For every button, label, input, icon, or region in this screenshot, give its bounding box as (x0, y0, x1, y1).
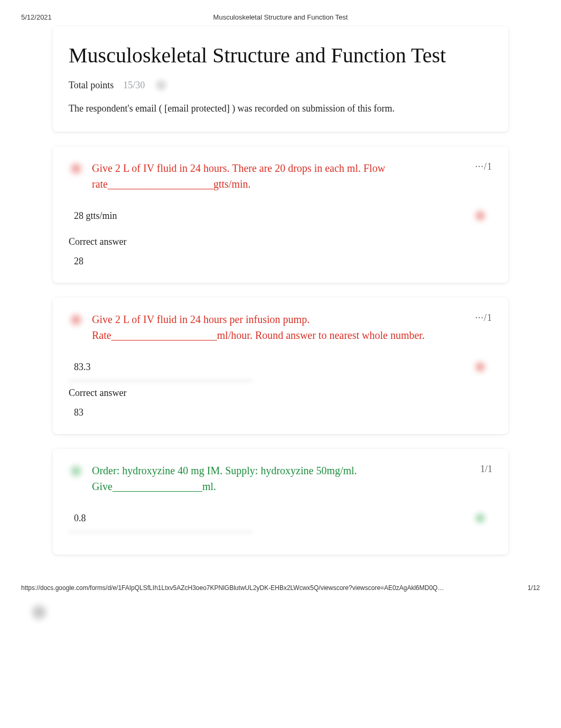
user-answer-row: 28 gtts/min (69, 206, 492, 226)
incorrect-icon (69, 161, 83, 176)
question-text: Order: hydroxyzine 40 mg IM. Supply: hyd… (92, 463, 472, 494)
question-header: Give 2 L of IV fluid in 24 hours per inf… (69, 311, 492, 343)
question-text: Give 2 L of IV fluid in 24 hours per inf… (92, 311, 466, 343)
correct-icon (69, 464, 83, 478)
user-answer: 28 gtts/min (74, 210, 117, 222)
user-answer: 83.3 (74, 362, 91, 373)
correct-answer-label: Correct answer (69, 388, 492, 399)
question-text: Give 2 L of IV fluid in 24 hours. There … (92, 160, 466, 192)
form-header-card: Musculoskeletal Structure and Function T… (53, 26, 508, 132)
question-score: ···/1 (475, 161, 492, 172)
user-answer-row: 0.8 (69, 508, 492, 528)
question-card: Give 2 L of IV fluid in 24 hours per inf… (53, 298, 508, 434)
footer-url: https://docs.google.com/forms/d/e/1FAIpQ… (21, 584, 444, 592)
footer-page: 1/12 (528, 584, 540, 592)
question-score: 1/1 (480, 464, 492, 475)
total-points-label: Total points (69, 80, 114, 91)
incorrect-icon (69, 312, 83, 327)
correct-answer-label: Correct answer (69, 236, 492, 247)
question-header: Order: hydroxyzine 40 mg IM. Supply: hyd… (69, 463, 492, 494)
question-score: ···/1 (475, 312, 492, 324)
user-answer: 0.8 (74, 513, 86, 524)
points-icon-blur (154, 78, 168, 92)
incorrect-answer-icon (473, 209, 487, 223)
incorrect-answer-icon (473, 360, 487, 374)
print-title: Musculoskeletal Structure and Function T… (213, 13, 348, 21)
question-card: Give 2 L of IV fluid in 24 hours. There … (53, 146, 508, 283)
correct-answer-icon (473, 511, 487, 525)
user-answer-row: 83.3 (69, 357, 492, 377)
form-title: Musculoskeletal Structure and Function T… (69, 42, 492, 69)
respondent-email-text: The respondent's email ( [email protecte… (69, 102, 492, 116)
respondent-email: [email protected] (164, 103, 229, 114)
correct-answer-value: 28 (69, 256, 492, 267)
print-footer: https://docs.google.com/forms/d/e/1FAIpQ… (0, 575, 561, 601)
total-points-value: 15/30 (123, 80, 145, 91)
print-header: 5/12/2021 Musculoskeletal Structure and … (0, 0, 561, 26)
correct-answer-value: 83 (69, 407, 492, 418)
question-card: Order: hydroxyzine 40 mg IM. Supply: hyd… (53, 449, 508, 555)
total-points-row: Total points 15/30 (69, 78, 492, 92)
question-header: Give 2 L of IV fluid in 24 hours. There … (69, 160, 492, 192)
print-date: 5/12/2021 (21, 13, 52, 21)
